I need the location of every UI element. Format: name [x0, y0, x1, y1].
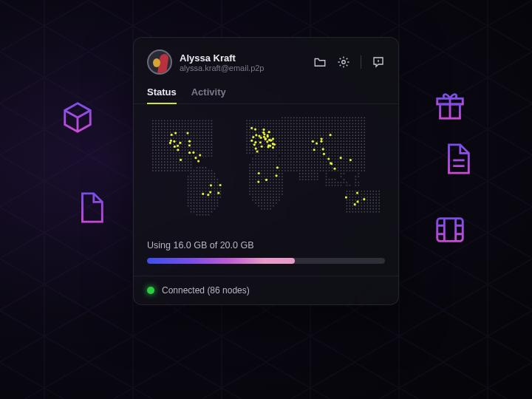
- svg-point-1544: [364, 211, 365, 213]
- svg-point-262: [311, 129, 313, 130]
- svg-point-1129: [267, 173, 268, 174]
- svg-point-103: [176, 123, 177, 124]
- svg-point-1428: [267, 200, 268, 201]
- svg-point-1206: [311, 179, 313, 180]
- svg-point-813: [302, 155, 304, 157]
- svg-point-969: [290, 164, 292, 166]
- svg-point-1043: [338, 167, 339, 168]
- svg-point-1181: [194, 179, 195, 180]
- svg-point-741: [261, 152, 262, 154]
- svg-point-1539: [349, 211, 350, 213]
- svg-point-981: [326, 164, 327, 166]
- svg-point-1223: [211, 182, 213, 183]
- svg-point-1622: [265, 179, 267, 181]
- svg-point-835: [152, 158, 154, 160]
- svg-point-694: [305, 149, 307, 151]
- svg-point-1134: [282, 173, 283, 174]
- svg-point-1242: [338, 182, 339, 183]
- svg-point-1081: [270, 170, 271, 171]
- svg-point-1361: [270, 194, 271, 195]
- svg-point-25: [344, 117, 345, 118]
- svg-point-939: [361, 161, 362, 163]
- svg-point-627: [290, 146, 292, 148]
- svg-point-1522: [358, 208, 359, 210]
- svg-point-1055: [158, 170, 160, 171]
- svg-point-1466: [352, 202, 353, 204]
- avatar[interactable]: [147, 50, 172, 75]
- svg-point-1378: [188, 197, 189, 198]
- svg-point-74: [305, 120, 307, 121]
- svg-point-28: [352, 117, 353, 118]
- tab-status[interactable]: Status: [147, 86, 177, 103]
- svg-point-789: [188, 155, 189, 157]
- world-map[interactable]: [134, 104, 398, 230]
- svg-point-1236: [279, 182, 280, 183]
- svg-point-833: [361, 155, 362, 157]
- svg-point-328: [323, 132, 324, 133]
- svg-point-1345: [197, 194, 198, 195]
- svg-point-137: [308, 123, 310, 124]
- gear-icon[interactable]: [337, 55, 350, 69]
- svg-point-1286: [200, 188, 201, 189]
- svg-point-1530: [191, 211, 192, 213]
- svg-point-605: [194, 146, 195, 148]
- svg-point-75: [308, 120, 310, 121]
- svg-point-489: [249, 140, 250, 142]
- svg-point-1472: [369, 202, 371, 204]
- svg-point-33: [152, 120, 154, 121]
- svg-point-1495: [352, 205, 353, 207]
- svg-point-205: [326, 126, 327, 127]
- svg-point-1482: [205, 205, 207, 207]
- svg-point-89: [349, 120, 350, 121]
- svg-point-429: [255, 137, 256, 139]
- svg-point-226: [173, 129, 174, 130]
- svg-point-80: [323, 120, 324, 121]
- svg-point-1285: [197, 188, 198, 189]
- svg-point-225: [170, 129, 171, 130]
- svg-point-1113: [364, 170, 365, 171]
- svg-point-1625: [276, 166, 279, 168]
- svg-point-774: [358, 152, 359, 154]
- svg-point-481: [194, 140, 195, 142]
- svg-point-904: [258, 161, 259, 163]
- svg-point-632: [305, 146, 307, 148]
- svg-point-409: [164, 137, 166, 139]
- svg-point-884: [355, 158, 356, 160]
- svg-point-1358: [261, 194, 262, 195]
- svg-point-1045: [344, 167, 345, 168]
- svg-point-366: [252, 134, 253, 136]
- tab-activity[interactable]: Activity: [191, 86, 226, 103]
- chat-icon[interactable]: [372, 55, 385, 69]
- svg-point-970: [293, 164, 295, 166]
- svg-point-719: [164, 152, 166, 154]
- svg-point-982: [329, 164, 330, 166]
- svg-point-1489: [264, 205, 265, 207]
- svg-point-105: [182, 123, 183, 124]
- svg-point-959: [261, 164, 262, 166]
- svg-point-426: [246, 137, 248, 139]
- svg-point-76: [311, 120, 313, 121]
- svg-point-463: [355, 137, 356, 139]
- svg-point-401: [355, 134, 356, 136]
- footer: Connected (86 nodes): [134, 276, 398, 304]
- svg-point-156: [364, 123, 365, 124]
- svg-point-1218: [197, 182, 198, 183]
- svg-point-1337: [366, 191, 368, 192]
- folder-icon[interactable]: [313, 55, 327, 69]
- svg-point-1228: [255, 182, 256, 183]
- svg-point-211: [344, 126, 345, 127]
- svg-point-1336: [364, 191, 365, 192]
- svg-point-948: [173, 164, 174, 166]
- svg-point-361: [205, 134, 207, 136]
- svg-point-848: [191, 158, 192, 160]
- svg-point-1409: [372, 197, 374, 198]
- svg-point-340: [358, 132, 359, 133]
- svg-point-1392: [258, 197, 259, 198]
- svg-point-438: [282, 137, 283, 139]
- svg-point-640: [329, 146, 330, 148]
- svg-point-979: [320, 164, 321, 166]
- svg-point-1251: [197, 185, 198, 186]
- svg-point-119: [255, 123, 256, 124]
- svg-point-841: [170, 158, 171, 160]
- svg-point-1283: [191, 188, 192, 189]
